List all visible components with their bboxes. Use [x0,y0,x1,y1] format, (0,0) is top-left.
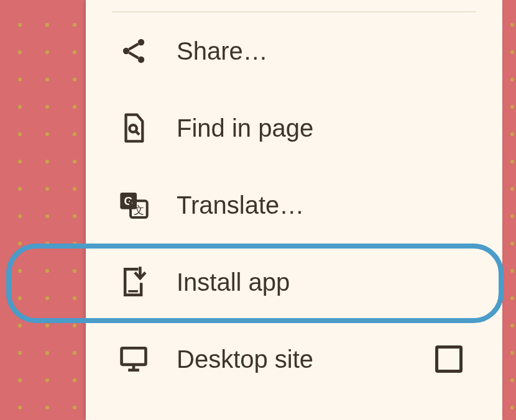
svg-point-2 [138,57,144,63]
svg-line-6 [136,131,139,134]
share-icon [117,34,150,68]
find-in-page-icon [117,111,150,145]
install-app-icon [117,265,150,299]
menu-item-label: Share… [177,37,502,65]
svg-point-0 [138,39,144,45]
menu-item-install-app[interactable]: Install app [86,244,502,321]
svg-rect-13 [122,348,146,365]
desktop-site-checkbox[interactable] [435,345,463,373]
menu-item-share[interactable]: Share… [86,12,502,89]
svg-point-1 [123,48,129,54]
desktop-icon [117,342,150,376]
svg-point-5 [129,125,136,132]
svg-line-3 [129,44,139,50]
menu-item-label: Install app [177,268,502,296]
menu-item-label: Find in page [177,114,502,142]
menu-item-label: Translate… [177,191,502,219]
svg-text:文: 文 [134,204,144,216]
menu-item-translate[interactable]: G 文 Translate… [86,167,502,244]
svg-line-4 [129,53,139,58]
overflow-menu: Share… Find in page G 文 Translate… [86,0,502,420]
menu-item-find-in-page[interactable]: Find in page [86,89,502,167]
menu-item-label: Desktop site [177,345,435,373]
translate-icon: G 文 [117,188,150,222]
menu-item-desktop-site[interactable]: Desktop site [86,321,502,398]
